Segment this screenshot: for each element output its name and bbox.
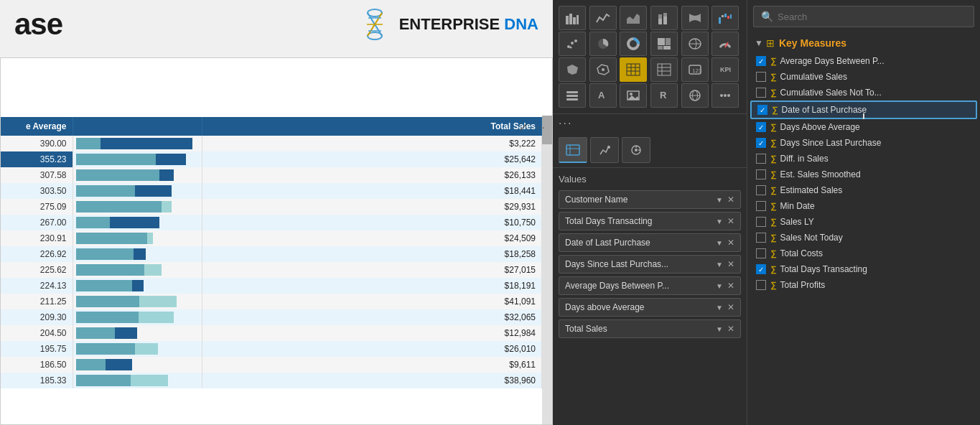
field-list-item[interactable]: ∑Days Above Average···	[750, 119, 977, 135]
field-remove-icon[interactable]: ✕	[727, 281, 734, 291]
field-list-item[interactable]: ∑Est. Sales Smoothed···	[750, 167, 977, 182]
svg-rect-47	[566, 91, 578, 93]
map-icon[interactable]	[681, 32, 709, 56]
field-checkbox[interactable]	[757, 105, 767, 115]
stacked-bar-icon[interactable]	[650, 6, 678, 30]
expand-button[interactable]: ⤢	[516, 120, 531, 134]
measure-icon: ∑	[770, 88, 777, 98]
field-checkbox[interactable]	[756, 72, 766, 82]
field-remove-icon[interactable]: ✕	[727, 302, 734, 312]
area-chart-icon[interactable]	[620, 6, 647, 30]
field-checkbox[interactable]	[756, 233, 766, 243]
svg-rect-15	[722, 15, 724, 17]
more-options-button[interactable]: ···	[533, 120, 548, 134]
field-list-item[interactable]: ∑Sales LY···	[750, 214, 977, 230]
field-remove-icon[interactable]: ✕	[727, 238, 734, 248]
field-checkbox[interactable]	[756, 56, 766, 66]
field-row[interactable]: Customer Name ▼ ✕	[559, 190, 741, 209]
field-checkbox[interactable]	[756, 169, 766, 179]
field-list-item[interactable]: ∑Cumulative Sales···	[750, 69, 977, 85]
fields-tab[interactable]	[559, 137, 587, 163]
field-checkbox[interactable]	[756, 248, 766, 258]
field-checkbox[interactable]	[756, 88, 766, 98]
field-remove-icon[interactable]: ✕	[727, 216, 734, 226]
key-measures-title: Key Measures	[779, 37, 846, 49]
filled-map-icon[interactable]	[559, 57, 586, 82]
measure-icon: ∑	[772, 105, 778, 115]
field-list-item[interactable]: ∑Total Days Transacting···	[750, 261, 977, 277]
field-list-item[interactable]: ∑Min Date···	[750, 198, 977, 214]
search-bar[interactable]: 🔍	[753, 6, 974, 27]
field-list-item[interactable]: ∑Date of Last Purchase···	[750, 101, 977, 119]
field-list-item[interactable]: ∑Total Costs···	[750, 246, 977, 261]
card-icon[interactable]: 123	[681, 57, 709, 82]
field-checkbox[interactable]	[756, 138, 766, 148]
field-remove-icon[interactable]: ✕	[727, 195, 734, 205]
field-checkbox[interactable]	[756, 185, 766, 195]
search-input[interactable]	[778, 11, 966, 22]
field-row[interactable]: Average Days Between P... ▼ ✕	[559, 276, 741, 295]
field-row[interactable]: Total Days Transacting ▼ ✕	[559, 212, 741, 230]
format-tab[interactable]	[590, 137, 619, 163]
field-checkbox[interactable]	[756, 217, 766, 227]
scrollbar[interactable]	[542, 116, 552, 424]
treemap-icon[interactable]	[650, 32, 678, 56]
field-list-item[interactable]: ∑Estimated Sales···	[750, 182, 977, 198]
field-row[interactable]: Days Since Last Purchas... ▼ ✕	[559, 255, 741, 274]
text-icon[interactable]: A	[589, 83, 617, 108]
measure-icon: ∑	[770, 169, 777, 179]
search-icon: 🔍	[761, 11, 773, 22]
chart-toolbar[interactable]: ⤢ ···	[513, 117, 551, 137]
kpi-icon[interactable]: KPI	[711, 57, 739, 82]
key-measures-header[interactable]: ▼ ⊞ Key Measures	[747, 33, 980, 53]
field-dropdown-icon[interactable]: ▼	[716, 239, 723, 247]
shape-map-icon[interactable]	[589, 57, 617, 82]
field-row[interactable]: Total Sales ▼ ✕	[559, 319, 741, 338]
field-remove-icon[interactable]: ✕	[727, 324, 734, 334]
measure-icon: ∑	[770, 56, 777, 66]
field-row[interactable]: Date of Last Purchase ▼ ✕	[559, 233, 741, 252]
bar-cell	[73, 278, 202, 294]
pie-chart-icon[interactable]	[589, 32, 617, 56]
globe-icon[interactable]	[681, 83, 709, 108]
field-dropdown-icon[interactable]: ▼	[716, 282, 723, 290]
ribbon-chart-icon[interactable]	[681, 6, 709, 30]
field-row[interactable]: Days above Average ▼ ✕	[559, 298, 741, 317]
field-list-item[interactable]: ∑Cumulative Sales Not To...···	[750, 85, 977, 101]
field-checkbox[interactable]	[756, 122, 766, 132]
donut-chart-icon[interactable]	[620, 32, 647, 56]
field-checkbox[interactable]	[756, 201, 766, 211]
field-checkbox[interactable]	[756, 154, 766, 164]
scatter-chart-icon[interactable]	[559, 32, 586, 56]
field-dropdown-icon[interactable]: ▼	[716, 261, 723, 268]
more-visuals-icon[interactable]	[711, 83, 739, 108]
field-item-label: Total Profits	[780, 280, 965, 290]
field-dropdown-icon[interactable]: ▼	[716, 325, 723, 333]
bar-cell	[73, 230, 202, 246]
matrix-icon[interactable]	[650, 57, 678, 82]
field-checkbox[interactable]	[756, 280, 766, 290]
bar-chart-icon[interactable]	[559, 6, 586, 30]
field-list-item[interactable]: ∑Sales Not Today···	[750, 230, 977, 246]
bar-cell	[73, 151, 202, 167]
field-remove-icon[interactable]: ✕	[727, 259, 734, 269]
slicer-icon[interactable]	[559, 83, 586, 108]
gauge-chart-icon[interactable]	[711, 32, 739, 56]
field-dropdown-icon[interactable]: ▼	[716, 218, 723, 225]
waterfall-chart-icon[interactable]	[711, 6, 739, 30]
field-list-item[interactable]: ∑Diff. in Sales···	[750, 151, 977, 167]
image-icon[interactable]	[620, 83, 647, 108]
r-visual-icon[interactable]: R	[650, 83, 678, 108]
field-list-item[interactable]: ∑Average Days Between P...···	[750, 53, 977, 69]
field-dropdown-icon[interactable]: ▼	[716, 304, 723, 312]
field-list-item[interactable]: ∑Total Profits···	[750, 277, 977, 293]
field-checkbox[interactable]	[756, 264, 766, 274]
analytics-tab[interactable]	[622, 137, 650, 163]
average-cell: 224.13	[1, 278, 73, 294]
svg-rect-11	[658, 14, 662, 19]
line-chart-icon[interactable]	[589, 6, 617, 30]
table-icon[interactable]	[620, 57, 647, 82]
field-list-item[interactable]: ∑Days Since Last Purchase···	[750, 135, 977, 151]
field-dropdown-icon[interactable]: ▼	[716, 196, 723, 204]
svg-rect-7	[573, 17, 576, 24]
